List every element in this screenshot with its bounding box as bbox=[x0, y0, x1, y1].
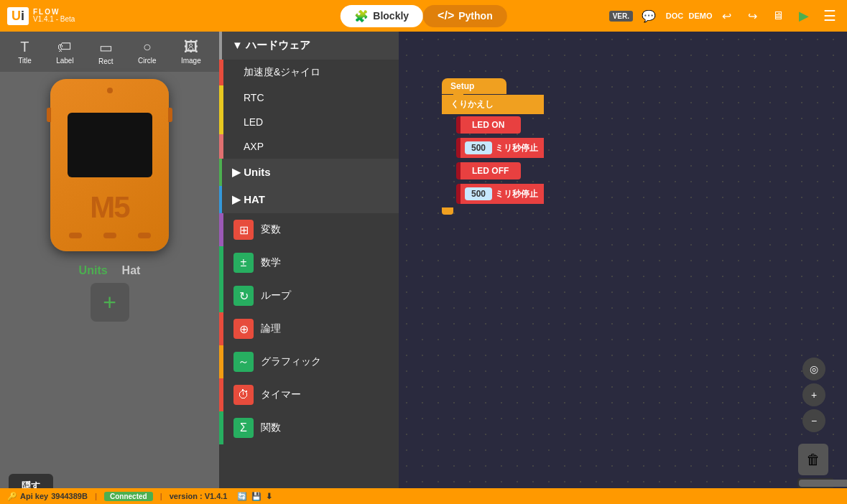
led-on-label: LED ON bbox=[472, 120, 504, 130]
label-icon: 🏷 bbox=[57, 39, 72, 55]
canvas-hscroll-thumb bbox=[799, 480, 847, 487]
version-label: version : V1.4.1 bbox=[170, 492, 228, 500]
hat-section-label: ▶ HAT bbox=[232, 193, 265, 206]
tab-python-label: Python bbox=[458, 10, 492, 22]
sidebar-item-graphic[interactable]: ～ グラフィック bbox=[219, 345, 399, 378]
sidebar-item-axp[interactable]: AXP bbox=[219, 134, 399, 159]
block-body: LED ON 500 ミリ秒停止 LED OFF 500 ミリ秒停止 bbox=[456, 114, 544, 206]
tab-blockly-label: Blockly bbox=[373, 10, 409, 22]
sidebar-hardware-header[interactable]: ▼ ハードウェア bbox=[219, 32, 399, 60]
sidebar-units-header[interactable]: ▶ Units bbox=[219, 159, 399, 186]
zoom-out-btn[interactable]: − bbox=[802, 409, 825, 432]
wait2-label: ミリ秒停止 bbox=[495, 188, 538, 200]
timer-icon: ⏱ bbox=[233, 385, 254, 405]
led-on-block: LED ON bbox=[456, 116, 521, 134]
undo-btn[interactable]: ↩ bbox=[716, 6, 736, 26]
logo-box: Ui bbox=[7, 7, 29, 25]
func-icon: Σ bbox=[233, 418, 254, 438]
zoom-in-btn[interactable]: + bbox=[802, 383, 825, 406]
logic-icon: ⊕ bbox=[233, 319, 254, 339]
setup-label: Setup bbox=[450, 81, 474, 91]
var-label: 変数 bbox=[261, 223, 281, 236]
image-icon: 🖼 bbox=[184, 39, 198, 55]
mode-tabs: 🧩 Blockly </> Python bbox=[340, 5, 506, 27]
canvas-controls: ◎ + − bbox=[802, 358, 825, 432]
python-icon: </> bbox=[438, 9, 454, 22]
m5-btn-bottom bbox=[69, 233, 151, 238]
tool-circle-label: Circle bbox=[138, 57, 157, 65]
save-icon[interactable]: 💾 bbox=[251, 492, 261, 501]
block-group: Setup くりかえし LED ON 500 ミリ秒停止 bbox=[442, 78, 544, 215]
sidebar-item-logic[interactable]: ⊕ 論理 bbox=[219, 312, 399, 345]
redo-btn[interactable]: ↪ bbox=[742, 6, 762, 26]
add-unit-button[interactable]: + bbox=[91, 283, 129, 322]
tool-label-label: Label bbox=[56, 57, 73, 65]
wait2-num[interactable]: 500 bbox=[465, 187, 492, 200]
tool-title[interactable]: T Title bbox=[18, 39, 32, 65]
graphic-label: グラフィック bbox=[261, 355, 321, 368]
math-label: 数学 bbox=[261, 256, 281, 269]
tool-circle[interactable]: ○ Circle bbox=[138, 39, 157, 65]
led-off-label: LED OFF bbox=[472, 166, 509, 176]
wait1-num[interactable]: 500 bbox=[465, 141, 492, 154]
left-panel: T Title 🏷 Label ▭ Rect ○ Circle 🖼 Image … bbox=[0, 32, 219, 504]
screen-btn[interactable]: 🖥 bbox=[768, 6, 788, 26]
sidebar-item-rtc[interactable]: RTC bbox=[219, 85, 399, 110]
api-key-label: Api key bbox=[20, 492, 48, 500]
tab-python[interactable]: </> Python bbox=[423, 5, 507, 27]
canvas-hscrollbar[interactable] bbox=[797, 478, 834, 488]
tool-label[interactable]: 🏷 Label bbox=[56, 39, 73, 65]
led-label: LED bbox=[244, 116, 263, 128]
loop-label: ループ bbox=[261, 289, 291, 302]
api-key-section: 🔑 Api key 3944389B bbox=[7, 492, 88, 501]
sidebar-item-loop[interactable]: ↻ ループ bbox=[219, 279, 399, 312]
api-key-value: 3944389B bbox=[51, 492, 88, 500]
loop-close bbox=[442, 207, 453, 215]
doc-btn[interactable]: DOC bbox=[665, 6, 685, 26]
timer-label: タイマー bbox=[261, 388, 301, 401]
circle-icon: ○ bbox=[143, 39, 152, 55]
app-logo: Ui FLOW V1.4.1 - Beta bbox=[7, 7, 75, 25]
menu-btn[interactable]: ☰ bbox=[820, 6, 840, 26]
key-icon: 🔑 bbox=[7, 492, 17, 501]
graphic-icon: ～ bbox=[233, 352, 254, 372]
wait1-label: ミリ秒停止 bbox=[495, 142, 538, 154]
status-icons: 🔄 💾 ⬇ bbox=[237, 492, 272, 501]
trash-button[interactable]: 🗑 bbox=[798, 444, 828, 475]
loop-block: くりかえし bbox=[442, 95, 544, 114]
sidebar-item-accel[interactable]: 加速度&ジャイロ bbox=[219, 60, 399, 85]
title-icon: T bbox=[20, 39, 29, 55]
hat-label: Hat bbox=[122, 264, 141, 277]
units-section-label: ▶ Units bbox=[232, 166, 271, 179]
left-toolbar: T Title 🏷 Label ▭ Rect ○ Circle 🖼 Image bbox=[0, 32, 219, 72]
sidebar-item-func[interactable]: Σ 関数 bbox=[219, 411, 399, 444]
plus-icon: + bbox=[103, 289, 116, 316]
loop-icon: ↻ bbox=[233, 286, 254, 306]
sidebar-item-timer[interactable]: ⏱ タイマー bbox=[219, 378, 399, 411]
tool-rect[interactable]: ▭ Rect bbox=[98, 39, 114, 65]
m5-label: M5 bbox=[90, 190, 129, 225]
monitor-icon-btn[interactable]: 💬 bbox=[639, 6, 659, 26]
blockly-icon: 🧩 bbox=[354, 9, 369, 23]
accel-label: 加速度&ジャイロ bbox=[244, 66, 320, 79]
refresh-icon[interactable]: 🔄 bbox=[237, 492, 247, 501]
run-btn[interactable]: ▶ bbox=[794, 6, 814, 26]
loop-label: くりかえし bbox=[450, 98, 494, 111]
tool-image[interactable]: 🖼 Image bbox=[181, 39, 201, 65]
download-icon[interactable]: ⬇ bbox=[266, 492, 272, 501]
sidebar-item-math[interactable]: ± 数学 bbox=[219, 246, 399, 279]
target-btn[interactable]: ◎ bbox=[802, 358, 825, 381]
main-canvas[interactable]: Setup くりかえし LED ON 500 ミリ秒停止 bbox=[399, 32, 847, 504]
sidebar-item-var[interactable]: ⊞ 変数 bbox=[219, 213, 399, 246]
demo-btn[interactable]: DEMO bbox=[690, 6, 711, 26]
connected-badge: Connected bbox=[104, 492, 153, 501]
tab-blockly[interactable]: 🧩 Blockly bbox=[340, 5, 423, 27]
m5-screen bbox=[68, 113, 152, 177]
axp-label: AXP bbox=[244, 141, 264, 152]
ver-badge: VER. bbox=[609, 11, 633, 22]
statusbar: 🔑 Api key 3944389B | Connected | version… bbox=[0, 488, 847, 504]
wait2-row: 500 ミリ秒停止 bbox=[456, 184, 544, 204]
setup-block: Setup bbox=[442, 78, 506, 94]
sidebar-item-led[interactable]: LED bbox=[219, 110, 399, 134]
sidebar-hat-header[interactable]: ▶ HAT bbox=[219, 186, 399, 213]
